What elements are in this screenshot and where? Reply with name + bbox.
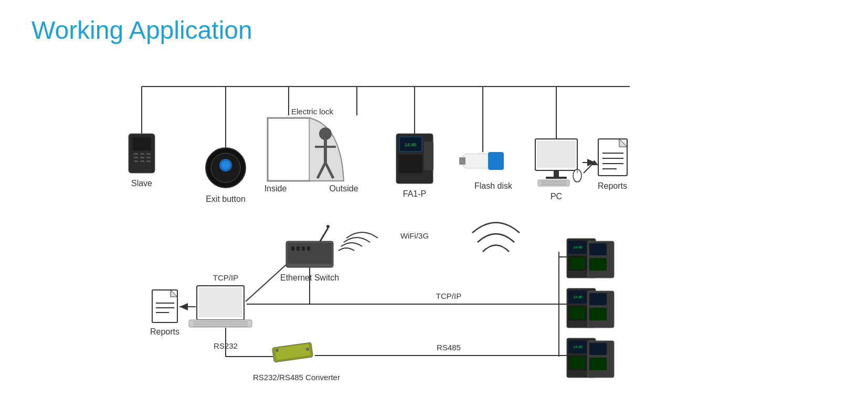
pc-label: PC — [551, 192, 562, 201]
svg-text:14:46: 14:46 — [573, 245, 583, 249]
svg-text:14:46: 14:46 — [573, 295, 583, 299]
reports-bottom-icon: Reports — [150, 290, 179, 336]
svg-rect-112 — [589, 343, 607, 355]
svg-rect-110 — [569, 357, 586, 369]
svg-rect-40 — [537, 141, 576, 168]
fa1p-device: 14:46 FA1-P — [396, 134, 433, 198]
svg-rect-15 — [140, 157, 144, 158]
exit-button-device: Exit button — [206, 148, 246, 203]
rs232-rs485-label: RS232/RS485 Converter — [253, 373, 340, 382]
svg-rect-96 — [589, 243, 607, 255]
svg-rect-97 — [589, 258, 607, 271]
svg-rect-73 — [291, 246, 294, 251]
slave-label: Slave — [131, 179, 152, 188]
svg-rect-102 — [569, 307, 586, 319]
laptop-icon — [189, 286, 252, 327]
svg-rect-19 — [146, 160, 151, 162]
svg-point-84 — [306, 348, 309, 351]
svg-rect-70 — [288, 243, 332, 264]
svg-line-68 — [246, 265, 286, 301]
wifi-3g-label: WiFi/3G — [400, 231, 429, 240]
exit-button-label: Exit button — [206, 195, 246, 203]
svg-rect-75 — [302, 246, 305, 251]
svg-rect-104 — [589, 293, 607, 305]
inside-label: Inside — [264, 184, 287, 193]
svg-rect-74 — [297, 246, 300, 251]
svg-rect-57 — [198, 287, 242, 317]
tcp-ip-left-label: TCP/IP — [213, 273, 238, 282]
right-device-middle: 14:46 — [567, 288, 614, 328]
svg-rect-17 — [134, 160, 138, 162]
svg-text:14:46: 14:46 — [405, 142, 417, 147]
rs485-label: RS485 — [437, 343, 461, 352]
svg-text:14:45: 14:45 — [573, 345, 583, 349]
svg-point-72 — [326, 225, 330, 228]
flash-disk-icon: Flash disk — [459, 152, 513, 190]
reports-top-label: Reports — [598, 181, 627, 190]
svg-line-71 — [320, 228, 328, 241]
outside-label: Outside — [329, 184, 358, 193]
door-icon: Inside Outside — [264, 118, 358, 193]
svg-point-23 — [221, 161, 230, 169]
svg-rect-37 — [488, 152, 504, 170]
svg-rect-11 — [134, 153, 138, 155]
svg-rect-42 — [546, 177, 567, 179]
right-device-top: 14:46 — [567, 239, 614, 278]
svg-rect-24 — [268, 118, 310, 181]
svg-rect-105 — [589, 308, 607, 320]
rs232-rs485-converter: RS232/RS485 Converter — [253, 342, 340, 382]
svg-rect-13 — [146, 153, 151, 155]
svg-rect-38 — [459, 157, 465, 165]
svg-point-25 — [319, 127, 332, 140]
svg-rect-14 — [134, 157, 138, 158]
svg-rect-34 — [399, 155, 422, 173]
right-device-bottom: 14:45 — [567, 338, 614, 378]
flash-disk-label: Flash disk — [474, 181, 513, 190]
svg-rect-16 — [146, 157, 151, 158]
svg-rect-76 — [307, 246, 310, 251]
svg-rect-12 — [140, 153, 144, 155]
reports-top-icon: Reports — [598, 139, 627, 190]
svg-point-83 — [276, 349, 279, 352]
svg-rect-35 — [424, 142, 433, 170]
slave-device: Slave — [129, 134, 155, 188]
tcp-ip-right-label: TCP/IP — [436, 292, 461, 300]
pc-icon: PC — [535, 139, 598, 201]
electric-lock-label: Electric lock — [291, 107, 334, 116]
reports-bottom-label: Reports — [150, 327, 179, 336]
svg-rect-41 — [554, 170, 559, 177]
fa1p-label: FA1-P — [403, 189, 426, 198]
svg-rect-10 — [132, 137, 151, 150]
svg-rect-94 — [569, 257, 586, 270]
svg-rect-18 — [140, 160, 144, 162]
svg-rect-113 — [589, 358, 607, 370]
